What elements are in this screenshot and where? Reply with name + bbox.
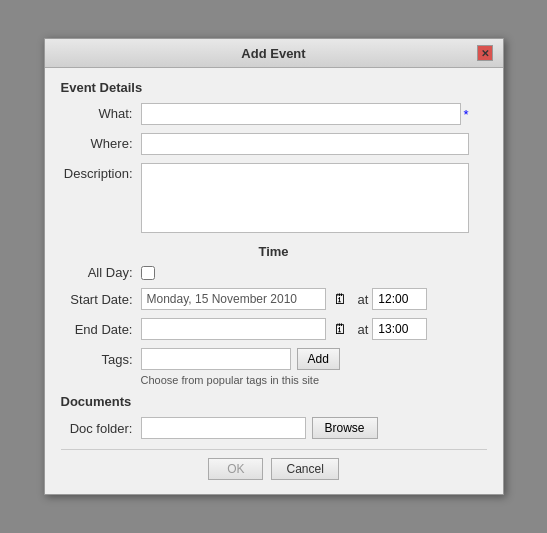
doc-folder-input[interactable] [141,417,306,439]
description-textarea[interactable] [141,163,469,233]
doc-folder-label: Doc folder: [61,421,141,436]
description-label: Description: [61,163,141,181]
buttons-row: OK Cancel [61,449,487,484]
description-row: Description: [61,163,487,236]
time-section-title: Time [61,244,487,259]
event-details-title: Event Details [61,80,487,95]
start-date-label: Start Date: [61,292,141,307]
allday-row: All Day: [61,265,487,280]
start-time-input[interactable] [372,288,427,310]
ok-button[interactable]: OK [208,458,263,480]
allday-checkbox[interactable] [141,266,155,280]
where-field [141,133,487,155]
what-input[interactable] [141,103,461,125]
dialog-body: Event Details What: * Where: Description… [45,68,503,494]
where-label: Where: [61,133,141,151]
end-date-label: End Date: [61,322,141,337]
tags-input[interactable] [141,348,291,370]
tags-hint: Choose from popular tags in this site [141,374,487,386]
dialog-title: Add Event [71,46,477,61]
doc-folder-row: Doc folder: Browse [61,417,487,439]
end-date-calendar-icon[interactable]: 🗓 [330,319,350,339]
add-event-dialog: Add Event ✕ Event Details What: * Where:… [44,38,504,495]
add-tag-button[interactable]: Add [297,348,340,370]
end-at-label: at [358,322,369,337]
time-section: Time All Day: Start Date: 🗓 at End Date:… [61,244,487,386]
cancel-button[interactable]: Cancel [271,458,338,480]
what-row: What: * [61,103,487,125]
close-button[interactable]: ✕ [477,45,493,61]
where-input[interactable] [141,133,469,155]
browse-button[interactable]: Browse [312,417,378,439]
what-label: What: [61,103,141,121]
documents-section: Documents Doc folder: Browse [61,394,487,439]
start-date-calendar-icon[interactable]: 🗓 [330,289,350,309]
end-date-row: End Date: 🗓 at [61,318,487,340]
allday-label: All Day: [61,265,141,280]
end-time-input[interactable] [372,318,427,340]
what-field: * [141,103,487,125]
where-row: Where: [61,133,487,155]
start-at-label: at [358,292,369,307]
required-star: * [464,107,469,122]
title-bar: Add Event ✕ [45,39,503,68]
tags-label: Tags: [61,352,141,367]
tags-row: Tags: Add [61,348,487,370]
end-date-input[interactable] [141,318,326,340]
start-date-row: Start Date: 🗓 at [61,288,487,310]
description-field [141,163,487,236]
start-date-input[interactable] [141,288,326,310]
documents-title: Documents [61,394,487,409]
